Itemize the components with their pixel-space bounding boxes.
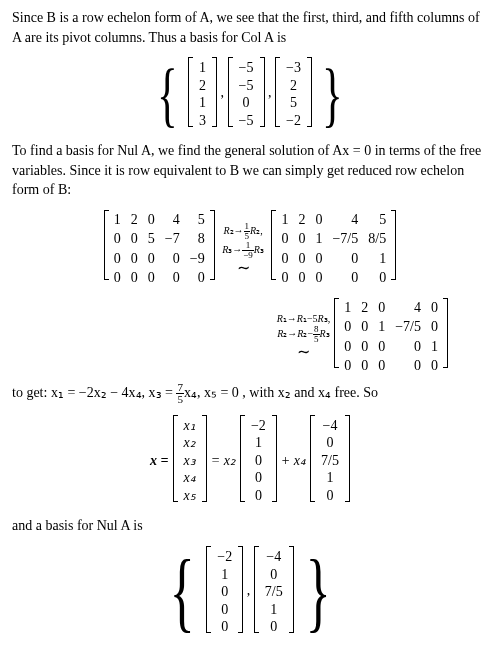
x-eq-x2: = x₂: [211, 451, 236, 471]
v1-3: 3: [199, 112, 206, 130]
col-basis-set: { 1 2 1 3 , −5 −5 0 −5 , −3 2 5 −2 }: [12, 57, 488, 131]
v3-0: −3: [286, 59, 301, 77]
paragraph-intro: Since B is a row echelon form of A, we s…: [12, 8, 488, 47]
row-ops-1: R₂→15R₂, R₃→1−9R₃ ∼: [218, 222, 268, 276]
v1-2: 1: [199, 94, 206, 112]
v2-0: −5: [239, 59, 254, 77]
sol-text-b: x₄, x₅ = 0 , with x₂ and x₄ free. So: [184, 385, 378, 400]
v2-3: −5: [239, 112, 254, 130]
nul-basis-set: { −21000 , −407/510 }: [12, 546, 488, 638]
v3-1: 2: [290, 77, 297, 95]
paragraph-nul-basis: and a basis for Nul A is: [12, 516, 488, 536]
v1-0: 1: [199, 59, 206, 77]
row-ops-2: R₁→R₁−5R₃, R₂→R₂−85R₃ ∼: [273, 313, 334, 360]
v1-1: 2: [199, 77, 206, 95]
row-reduction-step1: 12045 005−78 0000−9 00000 R₂→15R₂, R₃→1−…: [12, 210, 488, 288]
v2-2: 0: [243, 94, 250, 112]
x-vector-decomposition: x = x₁x₂x₃x₄x₅ = x₂ −21000 + x₄ −407/510: [12, 415, 488, 507]
x-plus-x4: + x₄: [281, 451, 306, 471]
row-reduction-step2: R₁→R₁−5R₃, R₂→R₂−85R₃ ∼ 12040 001−7/50 0…: [12, 298, 448, 376]
v3-3: −2: [286, 112, 301, 130]
paragraph-solution: to get: x₁ = −2x₂ − 4x₄, x₃ = 75x₄, x₅ =…: [12, 382, 488, 405]
sol-text-a: to get: x₁ = −2x₂ − 4x₄, x₃ =: [12, 385, 176, 400]
v3-2: 5: [290, 94, 297, 112]
paragraph-nul-setup: To find a basis for Nul A, we find the g…: [12, 141, 488, 200]
x-eq-label: x =: [150, 451, 168, 471]
v2-1: −5: [239, 77, 254, 95]
